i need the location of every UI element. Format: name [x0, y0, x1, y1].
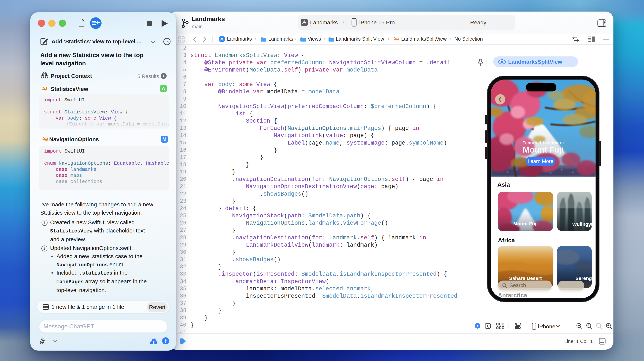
svg-text:1: 1: [588, 324, 590, 327]
